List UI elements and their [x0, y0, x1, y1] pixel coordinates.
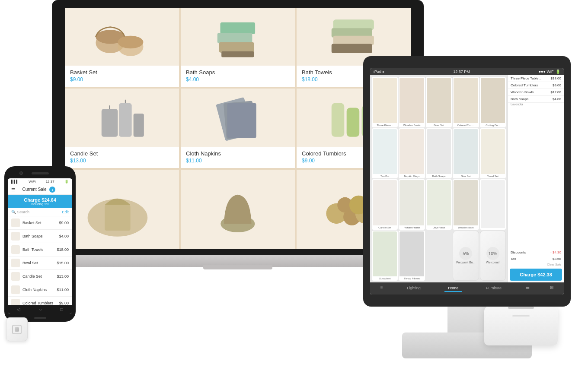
laptop-product-grid: Basket Set $9.00 Bath Soaps [65, 8, 411, 249]
cart-item-0: Three Piece Table... $18.00 [508, 75, 564, 82]
phone-back-button[interactable]: ◁ [17, 307, 20, 312]
tablet-thumb-9[interactable]: Towel Set [480, 128, 506, 179]
tablet-cart: Three Piece Table... $18.00 Colored Tumb… [508, 75, 564, 282]
thumb-label-3: Colored Tum... [457, 124, 474, 127]
phone-list-item-0[interactable]: Basket Set $9.00 [8, 216, 72, 230]
tablet-thumb-1[interactable]: Wooden Bowls [399, 77, 425, 127]
svg-rect-11 [332, 44, 372, 53]
phone-item-price-6: $9.00 [59, 301, 69, 305]
phone-list-item-4[interactable]: Candle Set $13.00 [8, 270, 72, 283]
tablet-thumb-7[interactable]: Bath Soaps [426, 128, 452, 179]
tablet-status-bar: iPad ▸ 12:37 PM ●●● WiFi 🔋 [370, 68, 564, 75]
phone-item-price-4: $13.00 [57, 274, 69, 279]
svg-rect-10 [333, 35, 374, 44]
phone-home-button[interactable]: ○ [39, 307, 42, 312]
phone-menu-icon[interactable]: ☰ [11, 187, 15, 192]
phone-item-price-0: $9.00 [59, 221, 69, 225]
tablet-product-grid: Three Piece... Wooden Bowls Bowl Set Col… [370, 75, 508, 282]
tablet-nav-home[interactable]: Home [444, 285, 462, 292]
tablet-nav-lighting[interactable]: Lighting [403, 285, 424, 292]
tablet-thumb-6[interactable]: Napkin Rings [399, 128, 425, 179]
laptop-screen: Basket Set $9.00 Bath Soaps [65, 8, 411, 249]
thumb-label-7: Bath Soaps [432, 175, 445, 177]
thumb-label-16: Throw Pillows [404, 277, 420, 280]
tablet-thumb-10[interactable]: Candle Set [372, 179, 398, 230]
product-name: Bath Soaps [186, 69, 290, 76]
product-cell-cloth-napkins[interactable]: Cloth Napkins $11.00 [181, 89, 295, 168]
phone-item-icon-5 [11, 285, 20, 294]
tablet-nav-icon-grid[interactable]: ⊞ [550, 285, 553, 292]
thumb-label-12: Olive Vase [433, 226, 445, 229]
phone-current-sale-title: Current Sale 1 [22, 187, 56, 193]
cart-item-price-2: $12.00 [551, 90, 561, 94]
phone-recent-button[interactable]: □ [60, 307, 63, 312]
phone-cart-badge: 1 [49, 187, 55, 193]
svg-rect-6 [219, 42, 254, 52]
thumb-label-10: Candle Set [378, 226, 391, 229]
phone-item-name-4: Candle Set [22, 274, 57, 279]
product-cell-bath-soaps[interactable]: Bath Soaps $4.00 [181, 8, 295, 87]
tablet-thumb-16[interactable]: Throw Pillows [399, 231, 425, 281]
product-price: $9.00 [70, 76, 174, 82]
product-cell-row3-1 [65, 170, 179, 249]
phone-item-price-2: $18.00 [57, 247, 69, 252]
phone-item-icon-4 [11, 272, 20, 281]
tablet-charge-button[interactable]: Charge $42.38 [510, 269, 562, 281]
tablet-thumb-13[interactable]: Wooden Bath [453, 179, 479, 230]
tablet-thumb-8[interactable]: Sink Set [453, 128, 479, 179]
phone-list-item-2[interactable]: Bath Towels $18.00 [8, 243, 72, 256]
tablet-thumb-4[interactable]: Cutting Bo... [480, 77, 506, 127]
phone-search-input[interactable]: 🔍 Search [11, 210, 29, 214]
thumb-label-0: Three Piece... [377, 124, 393, 127]
tablet-thumb-15[interactable]: Succulent [372, 231, 398, 281]
svg-rect-13 [119, 103, 132, 137]
product-cell-candle-set[interactable]: Candle Set $13.00 [65, 89, 179, 168]
svg-rect-12 [102, 109, 118, 136]
phone-item-list: Basket Set $9.00 Bath Soaps $4.00 Bath T… [8, 216, 72, 305]
tablet-nav-icon-list[interactable]: ☰ [526, 285, 530, 292]
clear-label: Clear Sale [547, 263, 561, 266]
svg-rect-24 [105, 205, 130, 230]
tablet-thumb-5[interactable]: Tea Pot [372, 128, 398, 179]
phone-home-bar [34, 317, 46, 319]
phone-list-item-6[interactable]: Colored Tumblers $9.00 [8, 297, 72, 305]
phone-battery-icon: 🔋 [64, 180, 69, 184]
tax-label: Tax [511, 257, 516, 261]
phone-list-item-5[interactable]: Cloth Napkins $11.00 [8, 283, 72, 297]
phone-list-item-1[interactable]: Bath Soaps $4.00 [8, 230, 72, 243]
product-cell-basket-set[interactable]: Basket Set $9.00 [65, 8, 179, 87]
tablet-thumb-2[interactable]: Bowl Set [426, 77, 452, 127]
discounts-value: - $4.30 [550, 250, 561, 254]
tablet-battery: ●●● WiFi 🔋 [539, 70, 560, 74]
tablet-tax: Tax $3.68 [508, 256, 564, 262]
tablet-thumb-12[interactable]: Olive Vase [426, 179, 452, 230]
cart-item-sub-3: Lavender [508, 103, 564, 106]
phone-search-bar: 🔍 Search Edit [8, 208, 72, 216]
phone-item-icon-0 [11, 218, 20, 227]
phone-charge-amount: Charge $24.64 [24, 197, 56, 203]
tablet-thumb-0[interactable]: Three Piece... [372, 77, 398, 127]
tablet-bezel: iPad ▸ 12:37 PM ●●● WiFi 🔋 Three Piece..… [363, 56, 571, 307]
phone-list-item-3[interactable]: Bowl Set $15.00 [8, 256, 72, 270]
freq-buyers-btn[interactable]: 5% Frequent Bu... [453, 231, 479, 281]
cart-item-price-1: $9.00 [553, 83, 561, 87]
product-name: Candle Set [70, 150, 174, 157]
tablet-thumb-11[interactable]: Picture Frame [399, 179, 425, 230]
svg-rect-21 [347, 108, 360, 137]
tablet-nav-furniture[interactable]: Furniture [483, 285, 505, 292]
product-price: $4.00 [186, 76, 290, 82]
tablet-thumb-3[interactable]: Colored Tum... [453, 77, 479, 127]
phone-charge-button[interactable]: Charge $24.64 Including Tax [8, 195, 72, 208]
thumb-label-5: Tea Pot [380, 175, 389, 177]
phone-item-name-1: Bath Soaps [22, 234, 59, 238]
welcome-btn[interactable]: 10% Welcome! [480, 231, 506, 281]
cart-item-name-3: Bath Soaps [511, 97, 528, 101]
tablet-clear-sale[interactable]: Clear Sale [508, 262, 564, 267]
svg-rect-19 [227, 103, 256, 138]
phone-edit-button[interactable]: Edit [62, 210, 69, 214]
reader-detail [512, 315, 530, 317]
thumb-label-6: Napkin Rings [404, 175, 420, 177]
thumb-label-2: Bowl Set [434, 124, 444, 127]
cart-item-name-0: Three Piece Table... [511, 76, 541, 80]
phone-camera [19, 171, 23, 175]
